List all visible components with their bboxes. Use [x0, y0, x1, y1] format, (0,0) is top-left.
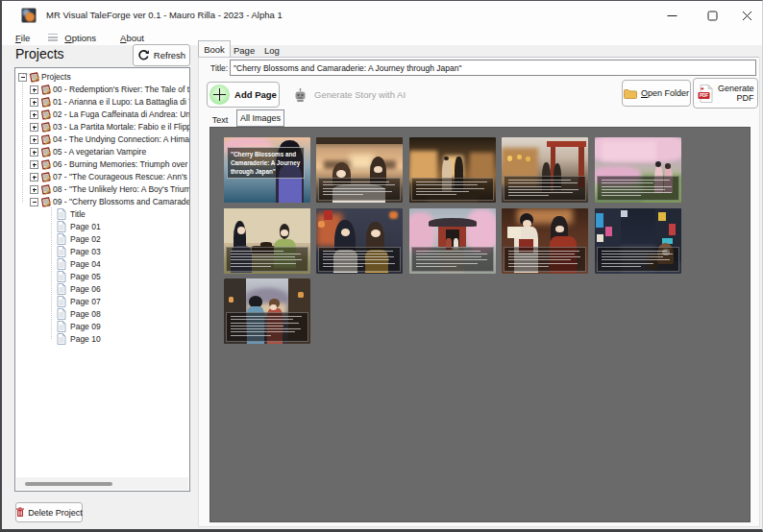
menu-item-about[interactable]: About	[114, 32, 150, 44]
thumbnail-blossom-garden[interactable]	[595, 137, 681, 203]
tree-item-label: Page 05	[70, 271, 101, 283]
tree-item-02-la-fuga-caffeinata-di-andre[interactable]: 02 - La Fuga Caffeinata di Andrea: Un	[15, 109, 189, 121]
tree-item-03-la-partita-mortale-fabio-e-[interactable]: 03 - La Partita Mortale: Fabio e il Flip…	[15, 121, 189, 133]
expand-icon[interactable]	[30, 98, 38, 107]
open-folder-button[interactable]: Open Folder	[622, 80, 691, 107]
tree-horizontal-scrollbar[interactable]	[16, 477, 188, 490]
thumbnail-night-street-girls[interactable]	[316, 208, 403, 274]
plus-icon	[209, 85, 230, 105]
tree-item-title[interactable]: Title	[15, 208, 189, 221]
journal-icon	[29, 71, 40, 83]
tree-item-label: Page 01	[70, 221, 101, 233]
thumbnail-neon-city-night[interactable]	[595, 208, 681, 274]
image-shape	[665, 163, 670, 168]
tree-item-page-01[interactable]: Page 01	[15, 221, 189, 233]
maximize-button[interactable]	[693, 1, 731, 30]
thumbnail-caption	[411, 178, 494, 201]
expand-icon[interactable]	[30, 110, 38, 119]
journal-icon	[40, 121, 52, 133]
tree-item-page-06[interactable]: Page 06	[15, 283, 189, 296]
image-shape	[270, 304, 277, 310]
collapse-icon[interactable]	[30, 198, 38, 206]
image-shape	[371, 230, 381, 237]
app-icon	[21, 8, 37, 23]
image-shape	[237, 227, 245, 233]
tree-item-08-the-unlikely-hero-a-boy-s-t[interactable]: 08 - "The Unlikely Hero: A Boy's Trium	[15, 183, 189, 196]
menu-item-options[interactable]: Options	[59, 32, 102, 44]
title-input[interactable]	[230, 60, 756, 76]
tree-item-00-redemption-s-river-the-tale[interactable]: 00 - Redemption's River: The Tale of t	[15, 84, 189, 96]
hamburger-icon	[48, 34, 58, 41]
expand-icon[interactable]	[30, 135, 38, 144]
tree-item-page-04[interactable]: Page 04	[15, 258, 189, 271]
expand-icon[interactable]	[30, 173, 38, 181]
journal-icon	[40, 146, 52, 157]
tab-book[interactable]: Book	[198, 40, 231, 58]
tab-page[interactable]: Page	[234, 45, 255, 56]
generate-pdf-button[interactable]: PDF Generate PDF	[693, 78, 758, 109]
expand-icon[interactable]	[30, 160, 38, 169]
tree-item-page-03[interactable]: Page 03	[15, 246, 189, 258]
tree-item-06-burning-memories-triumph-ov[interactable]: 06 - Burning Memories: Triumph over D	[15, 158, 189, 171]
tab-all-images[interactable]: All Images	[236, 109, 284, 127]
thumbnail-caption: "Cherry Blossoms and Camaraderie: A Jour…	[227, 147, 305, 179]
thumbnail-ryokan-corridor[interactable]	[409, 137, 496, 203]
minimize-button[interactable]	[652, 1, 691, 30]
open-folder-label: Open Folder	[641, 88, 689, 98]
tree-item-label: 04 - The Undying Connection: A Hima	[53, 133, 189, 146]
window-title: MR Visual TaleForge ver 0.1 - Mauro Rill…	[46, 10, 283, 20]
tree-item-05-a-vegetarian-vampire[interactable]: 05 - A vegetarian Vampire	[15, 146, 189, 158]
image-shape	[602, 141, 657, 160]
thumbnail-kimono-women-interior[interactable]	[502, 208, 588, 274]
tree-item-projects[interactable]: Projects	[15, 71, 189, 84]
image-shape	[507, 227, 521, 238]
journal-icon	[40, 133, 52, 145]
image-shape	[229, 297, 234, 302]
tree-item-04-the-undying-connection-a-hi[interactable]: 04 - The Undying Connection: A Hima	[15, 133, 189, 146]
expand-icon[interactable]	[30, 85, 38, 94]
tree-item-page-02[interactable]: Page 02	[15, 233, 189, 246]
tree-item-label: 08 - "The Unlikely Hero: A Boy's Trium	[53, 183, 190, 196]
image-shape	[298, 292, 303, 298]
tree-item-01-arianna-e-il-lupo-la-battag[interactable]: 01 - Arianna e il Lupo: La Battaglia di …	[15, 96, 189, 109]
expand-icon[interactable]	[30, 123, 38, 132]
tree-item-label: Page 08	[70, 308, 101, 321]
thumbnail-room-sunset-two-girls[interactable]	[316, 137, 403, 203]
tree-item-page-05[interactable]: Page 05	[15, 271, 189, 283]
tab-text[interactable]: Text	[204, 112, 236, 127]
image-shape	[507, 156, 512, 161]
projects-heading: Projects	[15, 46, 64, 61]
tree-item-page-08[interactable]: Page 08	[15, 308, 189, 321]
tree-item-page-10[interactable]: Page 10	[15, 333, 189, 346]
add-page-button[interactable]: Add Page	[207, 82, 280, 108]
tree-item-page-09[interactable]: Page 09	[15, 321, 189, 333]
refresh-button[interactable]: Refresh	[133, 44, 190, 66]
expand-icon[interactable]	[30, 148, 38, 157]
generate-story-button[interactable]: Generate Story with AI	[293, 82, 399, 108]
projects-tree[interactable]: Projects00 - Redemption's River: The Tal…	[14, 67, 190, 492]
thumbnail-village-dusk[interactable]	[224, 278, 310, 344]
expand-icon[interactable]	[30, 185, 38, 194]
image-shape	[341, 229, 351, 236]
thumbnail-cover-river-sunset[interactable]: "Cherry Blossoms and Camaraderie: A Jour…	[224, 137, 310, 203]
tree-item-09-cherry-blossoms-and-camarad[interactable]: 09 - "Cherry Blossoms and Camaraderi	[15, 196, 189, 208]
tree-connector	[23, 74, 30, 75]
page-icon	[57, 321, 68, 332]
menu-item-file[interactable]: File	[10, 32, 36, 44]
tree-item-07-the-courageous-rescue-ann-s[interactable]: 07 - "The Courageous Rescue: Ann's	[15, 171, 189, 183]
delete-project-button[interactable]: Delete Project	[15, 502, 83, 522]
image-shape	[324, 210, 332, 220]
thumbnail-caption	[597, 247, 679, 272]
tree-item-page-07[interactable]: Page 07	[15, 296, 189, 308]
thumbnail-caption	[318, 247, 401, 272]
page-icon	[57, 246, 68, 257]
journal-icon	[40, 171, 52, 182]
tab-log[interactable]: Log	[264, 45, 280, 56]
page-icon	[57, 333, 68, 345]
thumbnail-tea-room[interactable]	[224, 208, 310, 274]
refresh-icon	[137, 49, 150, 61]
thumbnail-temple-blossoms[interactable]	[409, 208, 496, 274]
scrollbar-thumb[interactable]	[25, 482, 112, 486]
close-button[interactable]	[727, 1, 763, 30]
thumbnail-torii-street[interactable]	[502, 137, 588, 203]
